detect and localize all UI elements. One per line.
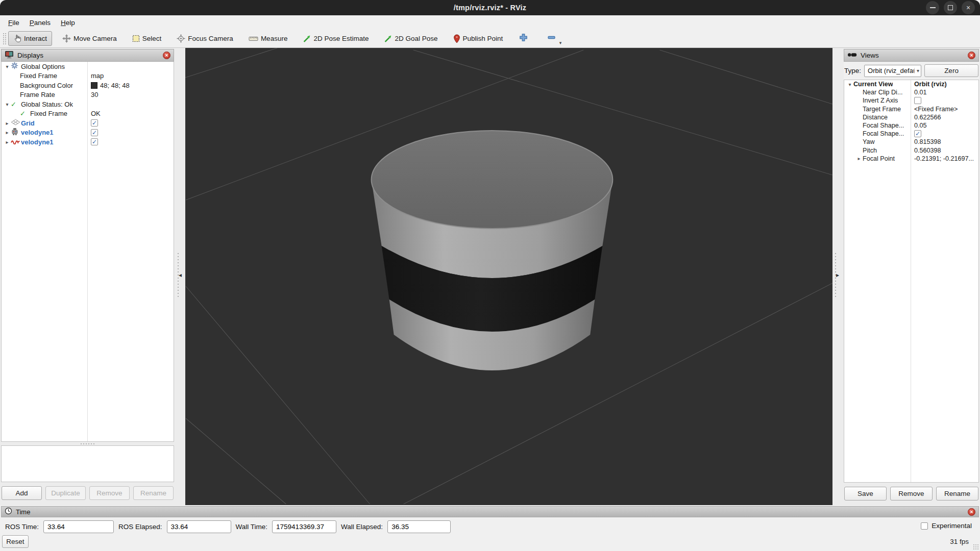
collapse-right-icon[interactable]: ▸	[836, 271, 839, 279]
tree-row-velodyne1[interactable]: ▸velodyne1✓	[2, 128, 174, 138]
property-value[interactable]: -0.21391; -0.21697...	[914, 155, 977, 163]
maximize-button[interactable]	[944, 1, 957, 14]
checkbox-checked[interactable]: ✓	[91, 119, 98, 127]
reset-button[interactable]: Reset	[2, 535, 29, 548]
tool-focus-camera[interactable]: Focus Camera	[172, 31, 238, 46]
expander-open-icon[interactable]: ▾	[846, 82, 853, 87]
tree-row-target-frame[interactable]: Target Frame<Fixed Frame>	[844, 105, 978, 113]
property-value[interactable]: Orbit (rviz)	[914, 80, 977, 88]
views-tree[interactable]: ▾Current ViewOrbit (rviz)Near Clip Di...…	[844, 80, 979, 483]
tree-row-velodyne1[interactable]: ▸velodyne1✓	[2, 137, 174, 147]
property-label: Focal Shape...	[863, 130, 904, 137]
tool-move-camera[interactable]: Move Camera	[57, 31, 122, 46]
minimize-button[interactable]	[926, 1, 939, 14]
tool-2d-goal-pose[interactable]: 2D Goal Pose	[379, 31, 443, 46]
remove-button[interactable]: Remove	[890, 487, 933, 500]
tree-row-global-options[interactable]: ▾Global Options	[2, 62, 174, 71]
property-value[interactable]: 48; 48; 48	[91, 81, 173, 90]
property-value[interactable]: map	[91, 71, 173, 81]
property-value[interactable]	[91, 62, 173, 71]
tree-row-background-color[interactable]: Background Color48; 48; 48	[2, 81, 174, 90]
experimental-option[interactable]: Experimental	[921, 522, 972, 530]
property-value[interactable]: 0.622566	[914, 113, 977, 121]
checkbox-unchecked[interactable]	[921, 522, 928, 530]
remove-tool-button[interactable]: ▾	[541, 31, 562, 46]
time-close-button[interactable]: ×	[968, 508, 975, 516]
expander-closed-icon[interactable]: ▸	[4, 130, 11, 135]
tool-measure[interactable]: Measure	[243, 31, 293, 46]
tree-row-yaw[interactable]: Yaw0.815398	[844, 138, 978, 146]
add-tool-button[interactable]	[513, 31, 534, 46]
ros-time-field[interactable]: 33.64	[43, 520, 114, 533]
property-value[interactable]	[91, 99, 173, 109]
property-label: Focal Point	[863, 155, 895, 162]
view-type-dropdown[interactable]: Orbit (rviz_default_ ▾	[864, 65, 921, 77]
toolbar-drag-handle[interactable]	[3, 33, 7, 45]
property-value[interactable]: <Fixed Frame>	[914, 105, 977, 113]
time-panel-header[interactable]: Time ×	[1, 506, 979, 517]
menu-item-panels[interactable]: Panels	[24, 17, 56, 28]
tree-row-focal-shape[interactable]: Focal Shape...0.05	[844, 121, 978, 130]
property-value[interactable]: 0.560398	[914, 146, 977, 155]
expander-closed-icon[interactable]: ▸	[4, 139, 11, 145]
tree-row-frame-rate[interactable]: Frame Rate30	[2, 90, 174, 100]
tool-2d-pose-estimate[interactable]: 2D Pose Estimate	[298, 31, 374, 46]
checkbox-checked[interactable]: ✓	[91, 138, 98, 145]
expander-closed-icon[interactable]: ▸	[4, 120, 11, 126]
tree-row-pitch[interactable]: Pitch0.560398	[844, 146, 978, 155]
render-viewport-3d[interactable]	[185, 48, 832, 505]
tree-row-distance[interactable]: Distance0.622566	[844, 113, 978, 121]
tree-row-fixed-frame[interactable]: ✓Fixed FrameOK	[2, 109, 174, 119]
rename-button[interactable]: Rename	[936, 487, 978, 500]
add-button[interactable]: Add	[2, 486, 42, 500]
ros-elapsed-field[interactable]: 33.64	[167, 520, 231, 533]
views-close-button[interactable]: ×	[968, 52, 975, 59]
tree-row-grid[interactable]: ▸Grid✓	[2, 118, 174, 128]
property-value[interactable]	[914, 96, 977, 105]
property-value[interactable]: ✓	[91, 118, 173, 128]
displays-close-button[interactable]: ×	[163, 52, 170, 59]
tree-row-focal-point[interactable]: ▸Focal Point-0.21391; -0.21697...	[844, 155, 978, 163]
property-value[interactable]: OK	[91, 109, 173, 119]
property-value[interactable]: ✓	[914, 130, 977, 138]
expander-open-icon[interactable]: ▾	[4, 102, 11, 107]
displays-tree[interactable]: ▾Global OptionsFixed FramemapBackground …	[1, 62, 174, 442]
menu-item-help[interactable]: Help	[56, 17, 80, 28]
close-button[interactable]: ×	[962, 1, 975, 14]
property-value[interactable]: ✓	[91, 128, 173, 138]
property-value[interactable]: ✓	[91, 137, 173, 147]
views-panel-header[interactable]: Views ×	[844, 49, 979, 62]
chevron-down-icon: ▾	[559, 40, 562, 45]
displays-splitter-handle[interactable]	[1, 442, 174, 445]
title-bar[interactable]: /tmp/rviz.rviz* - RViz ×	[0, 0, 980, 15]
checkbox-unchecked[interactable]	[914, 97, 921, 104]
menu-item-file[interactable]: File	[3, 17, 24, 28]
left-panel-splitter[interactable]: ◂	[175, 48, 185, 505]
right-panel-splitter[interactable]: ▸	[832, 48, 843, 505]
tree-row-near-clip-di[interactable]: Near Clip Di...0.01	[844, 88, 978, 96]
expander-open-icon[interactable]: ▾	[4, 64, 11, 69]
property-value[interactable]: 0.05	[914, 121, 977, 130]
tree-row-current-view[interactable]: ▾Current ViewOrbit (rviz)	[844, 80, 978, 88]
tool-select[interactable]: Select	[127, 31, 167, 46]
maximize-icon	[948, 5, 953, 10]
checkbox-checked[interactable]: ✓	[91, 129, 98, 136]
displays-panel-header[interactable]: Displays ×	[1, 49, 174, 62]
save-button[interactable]: Save	[844, 487, 887, 500]
property-value[interactable]: 0.815398	[914, 138, 977, 146]
tool-interact[interactable]: Interact	[8, 31, 52, 46]
window-resize-grip[interactable]	[973, 544, 979, 550]
tree-row-focal-shape[interactable]: Focal Shape...✓	[844, 130, 978, 138]
zero-button[interactable]: Zero	[924, 64, 978, 77]
wall-elapsed-field[interactable]: 36.35	[387, 520, 451, 533]
checkbox-checked[interactable]: ✓	[914, 130, 921, 137]
tree-row-global-status-ok[interactable]: ▾✓Global Status: Ok	[2, 99, 174, 109]
expander-closed-icon[interactable]: ▸	[855, 156, 863, 161]
collapse-left-icon[interactable]: ◂	[179, 271, 182, 279]
tool-publish-point[interactable]: Publish Point	[448, 31, 508, 46]
tree-row-invert-z-axis[interactable]: Invert Z Axis	[844, 96, 978, 105]
wall-time-field[interactable]: 1759413369.37	[272, 520, 336, 533]
property-value[interactable]: 0.01	[914, 88, 977, 96]
property-value[interactable]: 30	[91, 90, 173, 100]
tree-row-fixed-frame[interactable]: Fixed Framemap	[2, 71, 174, 81]
